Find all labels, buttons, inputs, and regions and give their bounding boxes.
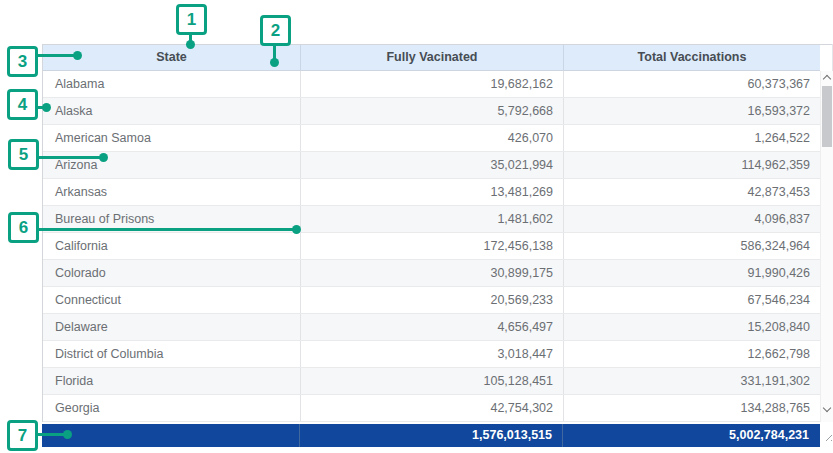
callout-4: 4 [7, 89, 38, 120]
column-header-state[interactable]: State [43, 45, 301, 70]
vertical-scrollbar[interactable] [820, 71, 833, 422]
cell-state: Georgia [43, 395, 301, 421]
cell-total-vaccinations: 4,096,837 [564, 206, 820, 232]
cell-fully-vaccinated: 4,656,497 [301, 314, 564, 340]
cell-fully-vaccinated: 172,456,138 [301, 233, 564, 259]
cell-fully-vaccinated: 426,070 [301, 125, 564, 151]
cell-state: Colorado [43, 260, 301, 286]
cell-state: District of Columbia [43, 341, 301, 367]
cell-state: California [43, 233, 301, 259]
callout-5-label: 5 [19, 145, 28, 165]
callout-3-label: 3 [18, 52, 27, 72]
callout-2-label: 2 [271, 21, 280, 41]
table-header-row: State Fully Vacinated Total Vaccinations [43, 45, 820, 71]
cell-state: Florida [43, 368, 301, 394]
table-row[interactable]: Colorado 30,899,175 91,990,426 [43, 260, 820, 287]
callout-1: 1 [176, 4, 207, 35]
cell-total-vaccinations: 586,324,964 [564, 233, 820, 259]
cell-fully-vaccinated: 20,569,233 [301, 287, 564, 313]
table-row[interactable]: Alabama 19,682,162 60,373,367 [43, 71, 820, 98]
cell-state: Alabama [43, 71, 301, 97]
callout-7-dot [63, 430, 72, 439]
table-row[interactable]: Alaska 5,792,668 16,593,372 [43, 98, 820, 125]
cell-state: Connecticut [43, 287, 301, 313]
page: State Fully Vacinated Total Vaccinations… [0, 0, 833, 453]
cell-fully-vaccinated: 42,754,302 [301, 395, 564, 421]
column-header-total-vaccinations[interactable]: Total Vaccinations [564, 45, 820, 70]
scroll-up-button[interactable] [821, 71, 833, 84]
table-row[interactable]: Arizona 35,021,994 114,962,359 [43, 152, 820, 179]
table-row[interactable]: Connecticut 20,569,233 67,546,234 [43, 287, 820, 314]
callout-5-line [39, 156, 104, 159]
callout-6-line [39, 228, 297, 231]
vaccination-table: State Fully Vacinated Total Vaccinations… [42, 44, 833, 447]
callout-7-label: 7 [18, 426, 27, 446]
table-row[interactable]: Delaware 4,656,497 15,208,840 [43, 314, 820, 341]
callout-1-label: 1 [187, 10, 196, 30]
resize-grip-icon[interactable] [823, 432, 832, 441]
cell-total-vaccinations: 91,990,426 [564, 260, 820, 286]
cell-total-vaccinations: 67,546,234 [564, 287, 820, 313]
cell-fully-vaccinated: 3,018,447 [301, 341, 564, 367]
summary-row: 1,576,013,515 5,002,784,231 [42, 424, 820, 447]
chevron-down-icon [823, 404, 831, 412]
callout-4-dot [42, 103, 51, 112]
cell-fully-vaccinated: 1,481,602 [301, 206, 564, 232]
summary-total-vaccinations: 5,002,784,231 [563, 424, 819, 447]
cell-total-vaccinations: 16,593,372 [564, 98, 820, 124]
table-row[interactable]: California 172,456,138 586,324,964 [43, 233, 820, 260]
callout-5: 5 [8, 139, 39, 170]
cell-total-vaccinations: 60,373,367 [564, 71, 820, 97]
cell-state: American Samoa [43, 125, 301, 151]
callout-3-dot [73, 51, 82, 60]
callout-1-dot [186, 40, 195, 49]
cell-fully-vaccinated: 19,682,162 [301, 71, 564, 97]
callout-5-dot [99, 153, 108, 162]
table-row[interactable]: American Samoa 426,070 1,264,522 [43, 125, 820, 152]
cell-state: Arkansas [43, 179, 301, 205]
callout-2-dot [270, 58, 279, 67]
callout-3-line [38, 54, 78, 57]
chevron-up-icon [823, 75, 831, 83]
cell-total-vaccinations: 134,288,765 [564, 395, 820, 421]
cell-fully-vaccinated: 13,481,269 [301, 179, 564, 205]
callout-6: 6 [8, 212, 39, 243]
cell-fully-vaccinated: 35,021,994 [301, 152, 564, 178]
scroll-down-button[interactable] [821, 403, 833, 416]
table-row[interactable]: District of Columbia 3,018,447 12,662,79… [43, 341, 820, 368]
callout-3: 3 [7, 46, 38, 77]
callout-6-dot [292, 225, 301, 234]
callout-6-label: 6 [19, 218, 28, 238]
cell-total-vaccinations: 15,208,840 [564, 314, 820, 340]
table-row[interactable]: Arkansas 13,481,269 42,873,453 [43, 179, 820, 206]
cell-fully-vaccinated: 5,792,668 [301, 98, 564, 124]
table-row[interactable]: Florida 105,128,451 331,191,302 [43, 368, 820, 395]
summary-fully-vaccinated: 1,576,013,515 [300, 424, 563, 447]
cell-total-vaccinations: 331,191,302 [564, 368, 820, 394]
table-row[interactable]: Georgia 42,754,302 134,288,765 [43, 395, 820, 422]
summary-state-cell [42, 424, 300, 447]
callout-2: 2 [260, 15, 291, 46]
cell-total-vaccinations: 1,264,522 [564, 125, 820, 151]
table-body: Alabama 19,682,162 60,373,367 Alaska 5,7… [43, 71, 820, 422]
cell-fully-vaccinated: 105,128,451 [301, 368, 564, 394]
column-header-fully-vaccinated[interactable]: Fully Vacinated [301, 45, 564, 70]
cell-total-vaccinations: 42,873,453 [564, 179, 820, 205]
callout-7: 7 [7, 420, 38, 451]
cell-fully-vaccinated: 30,899,175 [301, 260, 564, 286]
cell-state: Delaware [43, 314, 301, 340]
scrollbar-thumb[interactable] [822, 86, 832, 147]
cell-total-vaccinations: 12,662,798 [564, 341, 820, 367]
cell-state: Alaska [43, 98, 301, 124]
cell-total-vaccinations: 114,962,359 [564, 152, 820, 178]
callout-4-label: 4 [18, 95, 27, 115]
